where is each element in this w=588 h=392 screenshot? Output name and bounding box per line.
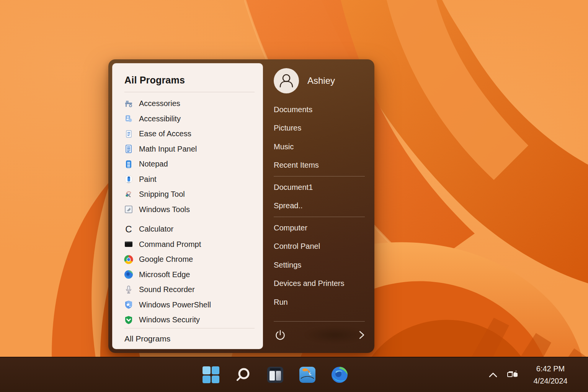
divider [274, 176, 365, 176]
app-item-paint[interactable]: Paint [124, 172, 263, 187]
user-profile[interactable]: Ashiey [274, 68, 365, 93]
panel-title: Ail Programs [112, 63, 263, 86]
math-input-panel-icon [124, 144, 134, 154]
app-item-label: Ease of Access [139, 129, 191, 138]
menu-item-recent-items[interactable]: Recent Items [274, 156, 365, 175]
calculator-icon: C [124, 224, 134, 234]
windows-tools-icon [124, 204, 134, 214]
start-menu-right-panel: Ashiey Documents Pictures Music Recent I… [263, 63, 372, 349]
app-item-label: Windows Security [139, 315, 200, 324]
menu-item-music[interactable]: Music [274, 137, 365, 156]
taskbar-clock[interactable]: 6:42 PM 4/24/2024 [528, 363, 573, 387]
app-item-label: Paint [139, 175, 157, 184]
shadow-smudge [304, 327, 366, 343]
menu-item-documents[interactable]: Documents [274, 100, 365, 119]
app-item-windows-tools[interactable]: Windows Tools [124, 202, 263, 217]
app-item-sound-recorder[interactable]: Sound Recorder [124, 282, 263, 297]
all-programs-panel: Ail Programs Accessories Accessibility [112, 63, 263, 349]
accessibility-icon [124, 114, 134, 124]
app-item-label: Microsoft Edge [139, 270, 190, 279]
app-item-ease-of-access[interactable]: Ease of Access [124, 126, 263, 142]
taskbar: 6:42 PM 4/24/2024 [0, 357, 588, 392]
app-item-google-chrome[interactable]: Google Chrome [124, 252, 263, 267]
user-name: Ashiey [307, 75, 335, 86]
app-item-label: Windows PowerShell [139, 301, 211, 309]
all-programs-footer-button[interactable]: All Programs [112, 328, 263, 349]
microsoft-edge-icon [124, 270, 134, 279]
sound-recorder-icon [124, 285, 134, 295]
snipping-tool-icon [124, 189, 134, 199]
menu-item-control-panel[interactable]: Control Panel [274, 237, 365, 256]
windows-start-icon [203, 366, 219, 383]
divider [274, 217, 365, 217]
command-prompt-icon [124, 239, 134, 249]
app-item-calculator[interactable]: C Calculator [124, 222, 263, 237]
menu-item-computer[interactable]: Computer [274, 219, 365, 237]
app-item-windows-security[interactable]: Windows Security [124, 312, 263, 328]
app-item-label: Calculator [139, 225, 173, 234]
app-item-microsoft-edge[interactable]: Microsoft Edge [124, 267, 263, 283]
microsoft-edge-icon [331, 366, 348, 384]
spacer [274, 312, 365, 320]
app-item-label: Snipping Tool [139, 190, 185, 199]
menu-item-pictures[interactable]: Pictures [274, 119, 365, 138]
app-item-snipping-tool[interactable]: Snipping Tool [124, 187, 263, 202]
app-item-command-prompt[interactable]: Command Prompt [124, 237, 263, 252]
desktop: Ail Programs Accessories Accessibility [0, 0, 588, 392]
google-chrome-icon [124, 255, 134, 265]
ease-of-access-icon [124, 129, 134, 139]
app-item-label: Google Chrome [139, 255, 193, 264]
search-button[interactable] [234, 366, 252, 384]
app-item-math-input-panel[interactable]: Math Input Panel [124, 142, 263, 157]
app-item-accessories[interactable]: Accessories [124, 96, 263, 111]
taskbar-center-icons [202, 358, 349, 392]
app-item-label: Accessories [139, 99, 180, 108]
group-gap [124, 217, 263, 222]
power-row [274, 323, 365, 347]
accessories-icon [124, 99, 134, 109]
user-avatar-icon [274, 68, 299, 93]
menu-item-document1[interactable]: Document1 [274, 178, 365, 197]
system-tray: 6:42 PM 4/24/2024 [488, 358, 588, 392]
photos-button[interactable] [298, 366, 317, 384]
clock-time: 6:42 PM [528, 363, 573, 375]
app-item-windows-powershell[interactable]: Windows PowerShell [124, 297, 263, 313]
app-item-accessibility[interactable]: Accessibility [124, 111, 263, 127]
paint-icon [124, 174, 134, 184]
photos-icon [299, 367, 315, 383]
menu-item-run[interactable]: Run [274, 293, 365, 312]
app-list: Accessories Accessibility Ease of Access [112, 92, 263, 328]
task-view-icon [267, 367, 283, 383]
menu-item-settings[interactable]: Settings [274, 256, 365, 274]
menu-item-devices-and-printers[interactable]: Devices and Printers [274, 274, 365, 293]
app-item-label: Accessibility [139, 114, 181, 123]
notepad-icon [124, 159, 134, 169]
power-button[interactable] [274, 328, 287, 341]
app-item-notepad[interactable]: Notepad [124, 157, 263, 172]
app-item-label: Command Prompt [139, 240, 201, 249]
tray-status-icon[interactable] [507, 370, 519, 380]
app-item-label: Sound Recorder [139, 285, 195, 294]
windows-powershell-icon [124, 300, 134, 310]
clock-date: 4/24/2024 [528, 375, 573, 387]
app-item-label: Math Input Panel [139, 145, 197, 154]
start-button[interactable] [202, 366, 220, 384]
task-view-button[interactable] [266, 366, 284, 384]
start-menu: Ail Programs Accessories Accessibility [108, 59, 374, 353]
edge-button[interactable] [330, 366, 349, 384]
menu-item-spread[interactable]: Spread.. [274, 197, 365, 216]
app-item-label: Windows Tools [139, 205, 190, 214]
windows-security-icon [124, 315, 134, 325]
search-icon [235, 366, 252, 383]
divider [274, 321, 365, 322]
app-item-label: Notepad [139, 160, 168, 168]
tray-expand-button[interactable] [488, 372, 498, 378]
